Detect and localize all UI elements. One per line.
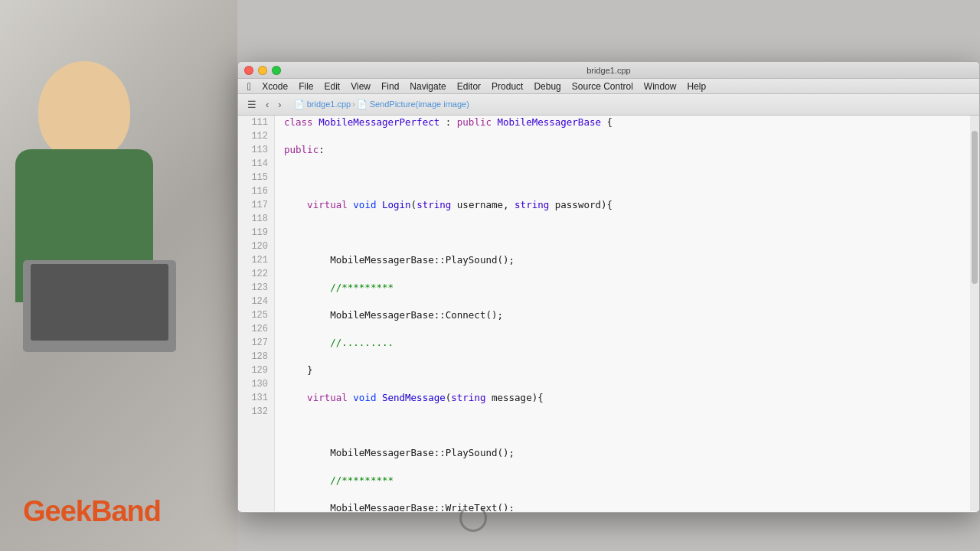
menu-view[interactable]: View — [346, 80, 375, 93]
laptop-screen — [31, 264, 168, 341]
cursor-indicator — [459, 504, 487, 532]
scrollbar-thumb[interactable] — [972, 131, 978, 284]
apple-menu[interactable]:  — [243, 80, 256, 93]
menu-product[interactable]: Product — [487, 80, 528, 93]
breadcrumb-method[interactable]: 📄 SendPicture(image image) — [357, 99, 469, 109]
menu-editor[interactable]: Editor — [452, 80, 485, 93]
menu-source-control[interactable]: Source Control — [567, 80, 638, 93]
menu-bar:  Xcode File Edit View Find Navigate Edi… — [238, 79, 979, 94]
zoom-button[interactable] — [272, 66, 281, 75]
menu-navigate[interactable]: Navigate — [405, 80, 450, 93]
webcam-video — [0, 0, 237, 551]
vertical-scrollbar[interactable] — [970, 116, 979, 511]
title-bar: bridge1.cpp — [238, 62, 979, 79]
breadcrumb-sep1: › — [352, 100, 354, 109]
minimize-button[interactable] — [258, 66, 267, 75]
sidebar-toggle-icon[interactable]: ☰ — [244, 97, 260, 112]
toolbar: ☰ ‹ › 📄 bridge1.cpp › 📄 SendPicture(imag… — [238, 94, 979, 116]
menu-xcode[interactable]: Xcode — [257, 80, 292, 93]
menu-file[interactable]: File — [294, 80, 318, 93]
line-numbers: 111 112 113 114 115 116 117 118 119 120 … — [238, 116, 275, 511]
window-title: bridge1.cpp — [586, 66, 631, 75]
xcode-window: bridge1.cpp  Xcode File Edit View Find … — [237, 61, 980, 513]
traffic-lights — [244, 66, 281, 75]
menu-debug[interactable]: Debug — [529, 80, 565, 93]
forward-icon[interactable]: › — [275, 97, 284, 112]
menu-window[interactable]: Window — [639, 80, 681, 93]
person-head — [38, 61, 130, 161]
menu-edit[interactable]: Edit — [320, 80, 345, 93]
breadcrumb-file[interactable]: 📄 bridge1.cpp — [294, 99, 351, 109]
code-editor[interactable]: class MobileMessagerPerfect : public Mob… — [275, 116, 970, 511]
code-area: 111 112 113 114 115 116 117 118 119 120 … — [238, 116, 979, 511]
breadcrumb: 📄 bridge1.cpp › 📄 SendPicture(image imag… — [294, 99, 469, 109]
laptop — [23, 260, 176, 352]
webcam-panel: GeekBand — [0, 0, 237, 551]
geekband-logo: GeekBand — [23, 495, 161, 528]
back-icon[interactable]: ‹ — [263, 97, 272, 112]
close-button[interactable] — [244, 66, 253, 75]
menu-help[interactable]: Help — [683, 80, 711, 93]
menu-find[interactable]: Find — [377, 80, 403, 93]
